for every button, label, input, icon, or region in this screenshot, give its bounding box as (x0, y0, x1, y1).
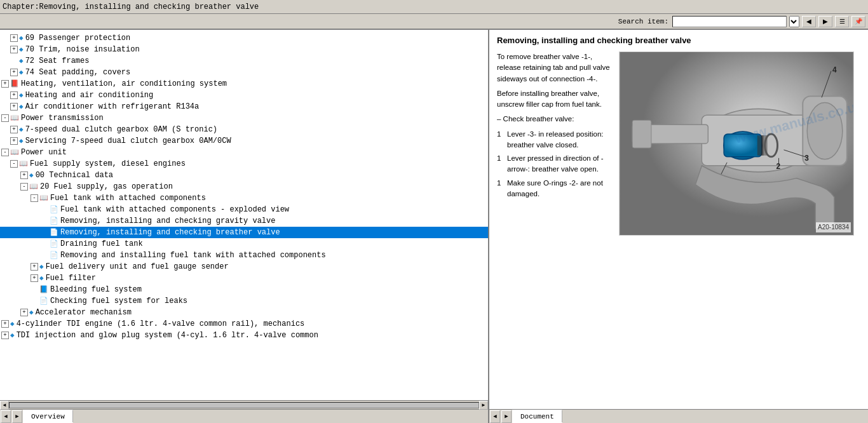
tree-item[interactable]: -📖20 Fuel supply, gas operation (0, 181, 488, 192)
diamond-icon: ◆ (19, 56, 24, 66)
tree-item[interactable]: +📕Heating, ventilation, air conditioning… (0, 78, 488, 90)
tree-item[interactable]: -📖Fuel supply system, diesel engines (0, 158, 488, 170)
tree-item-label: 20 Fuel supply, gas operation (40, 182, 173, 192)
tree-item[interactable]: +◆7-speed dual clutch gearbox 0AM (S tro… (0, 124, 488, 135)
doc-image-box: 1 2 3 4 (619, 51, 854, 236)
tree-item[interactable]: +◆Fuel delivery unit and fuel gauge send… (0, 261, 488, 272)
diamond-icon: ◆ (19, 124, 24, 135)
doc-bullet-1: – Check breather valve: (497, 114, 611, 124)
page-icon: 📄 (50, 205, 58, 215)
tree-item-label: Fuel tank with attached components (50, 193, 206, 203)
expand-button[interactable]: + (20, 309, 28, 316)
expand-button[interactable]: + (1, 80, 9, 88)
tree-item[interactable]: 📄Removing, installing and checking breat… (0, 227, 488, 238)
expand-button[interactable]: - (20, 183, 28, 191)
expand-button[interactable]: - (1, 149, 9, 156)
doc-nav-left-button[interactable]: ◀ (490, 410, 500, 423)
expand-button[interactable]: + (10, 69, 18, 76)
tree-item[interactable]: +◆00 Technical data (0, 170, 488, 181)
tree-item-label: 00 Technical data (36, 170, 113, 180)
tree-item[interactable]: +◆Heating and air conditioning (0, 90, 488, 101)
diamond-icon: ◆ (19, 90, 24, 100)
tree-item[interactable]: +◆4-cylinder TDI engine (1.6 ltr. 4-valv… (0, 318, 488, 330)
nav-left-button[interactable]: ◀ (1, 410, 11, 423)
diamond-icon: ◆ (19, 33, 24, 43)
options-button[interactable]: ☰ (835, 16, 849, 27)
right-panel: Removing, installing and checking breath… (489, 30, 868, 409)
status-left: ◀ ▶ Overview (0, 410, 489, 423)
overview-tab[interactable]: Overview (23, 410, 73, 423)
tree-item-label: TDI injection and glow plug system (4-cy… (17, 330, 318, 340)
tree-item-label: 74 Seat padding, covers (25, 67, 131, 77)
tree-item[interactable]: +◆TDI injection and glow plug system (4-… (0, 330, 488, 341)
tree-item[interactable]: +◆Air conditioner with refrigerant R134a (0, 101, 488, 112)
toolbar: Search item: ◀ ▶ ☰ 📌 (0, 14, 868, 29)
tree-item[interactable]: 📄Removing and installing fuel tank with … (0, 250, 488, 261)
expand-button[interactable]: - (1, 114, 9, 122)
search-input[interactable] (672, 16, 787, 27)
page-icon: 📄 (50, 216, 58, 226)
diamond-icon: ◆ (19, 102, 24, 112)
expand-button[interactable]: + (10, 46, 18, 53)
expand-button[interactable]: + (10, 91, 18, 99)
tree-item[interactable]: 📄Removing, installing and checking gravi… (0, 215, 488, 227)
tree-item[interactable]: 📄Draining fuel tank (0, 238, 488, 250)
expand-button[interactable]: - (31, 194, 38, 202)
tree-item-label: Removing and installing fuel tank with a… (60, 250, 326, 260)
tree-item[interactable]: 📄Fuel tank with attached components - ex… (0, 204, 488, 215)
book-open-icon: 📖 (10, 147, 19, 158)
tree-scroll[interactable]: +◆69 Passenger protection+◆70 Trim, nois… (0, 30, 488, 400)
pin-button[interactable]: 📌 (851, 16, 865, 27)
expand-button[interactable]: + (20, 171, 28, 179)
doc-nav-right-button[interactable]: ▶ (501, 410, 512, 423)
tree-item[interactable]: +◆Servicing 7-speed dual clutch gearbox … (0, 135, 488, 147)
expand-button[interactable]: + (10, 103, 18, 111)
tree-item[interactable]: ◆72 Seat frames (0, 55, 488, 67)
expand-button[interactable]: + (31, 274, 38, 282)
doc-numbered-text-3: Make sure O-rings -2- are not damaged. (507, 178, 611, 200)
tree-item-label: Draining fuel tank (60, 239, 143, 249)
image-reference: A20-10834 (816, 222, 851, 232)
search-dropdown[interactable] (789, 16, 799, 27)
tree-item[interactable]: 📘Bleeding fuel system (0, 284, 488, 295)
num-2: 1 (497, 153, 505, 175)
tree-item[interactable]: +◆74 Seat padding, covers (0, 67, 488, 78)
tree-item[interactable]: 📄Checking fuel system for leaks (0, 295, 488, 307)
tree-item[interactable]: -📖Power unit (0, 147, 488, 158)
tree-item[interactable]: +◆Accelerator mechanism (0, 307, 488, 318)
tree-item-label: Servicing 7-speed dual clutch gearbox 0A… (25, 136, 231, 146)
tree-item[interactable]: -📖Fuel tank with attached components (0, 192, 488, 204)
expand-button[interactable]: + (1, 332, 9, 339)
horizontal-scrollbar[interactable]: ◀ ▶ (0, 400, 488, 409)
tree-item-label: Air conditioner with refrigerant R134a (25, 102, 200, 112)
tree-item[interactable]: +◆Fuel filter (0, 272, 488, 284)
tree-item[interactable]: +◆69 Passenger protection (0, 32, 488, 44)
tree-item[interactable]: +◆70 Trim, noise insulation (0, 44, 488, 55)
expand-button[interactable]: + (1, 320, 9, 328)
tree-item[interactable]: -📖Power transmission (0, 112, 488, 124)
diamond-icon: ◆ (29, 307, 34, 318)
tree-item-label: Removing, installing and checking breath… (60, 227, 280, 238)
search-prev-button[interactable]: ◀ (802, 16, 816, 27)
num-1: 1 (497, 129, 505, 151)
expand-button[interactable]: + (10, 137, 18, 145)
scroll-left-button[interactable]: ◀ (0, 401, 9, 410)
scroll-right-button[interactable]: ▶ (479, 401, 488, 410)
book-open-icon: 📖 (39, 193, 48, 203)
status-right: ◀ ▶ Document (489, 410, 868, 423)
svg-rect-20 (632, 120, 651, 148)
expand-button[interactable]: + (10, 34, 18, 42)
expand-button[interactable]: + (10, 126, 18, 133)
diamond-icon: ◆ (19, 67, 24, 77)
document-tab[interactable]: Document (512, 410, 562, 423)
doc-title: Removing, installing and checking breath… (497, 35, 860, 46)
expand-button[interactable]: + (31, 263, 38, 271)
expand-button[interactable]: - (10, 160, 18, 168)
svg-text:4: 4 (832, 65, 837, 74)
doc-content: Removing, installing and checking breath… (489, 30, 868, 409)
tree-item-label: Checking fuel system for leaks (50, 296, 187, 306)
doc-numbered-text-1: Lever -3- in released position: breather… (507, 129, 611, 151)
nav-right-button[interactable]: ▶ (12, 410, 22, 423)
scroll-track[interactable] (9, 402, 479, 408)
search-next-button[interactable]: ▶ (818, 16, 832, 27)
